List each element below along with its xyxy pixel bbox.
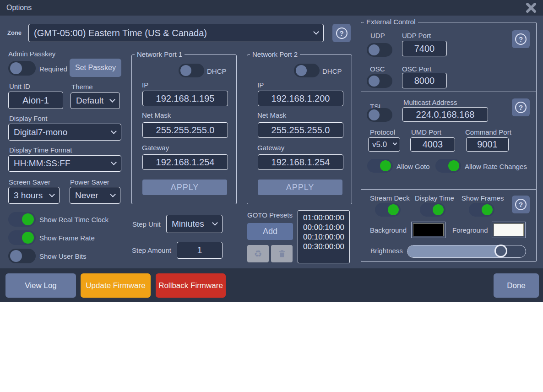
chevron-down-icon xyxy=(393,141,397,145)
goto-recycle-button[interactable]: ♻ xyxy=(247,245,269,262)
zone-help-button[interactable]: ? xyxy=(332,24,351,42)
show-frame-rate-label: Show Frame Rate xyxy=(39,234,95,242)
allow-rate-changes-toggle[interactable] xyxy=(435,159,461,173)
udp-help-button[interactable]: ? xyxy=(512,30,530,48)
display-time-format-label: Display Time Format xyxy=(9,146,72,154)
dialog-title: Options xyxy=(0,4,32,12)
goto-preset-item[interactable]: 00:10:00:00 xyxy=(298,232,349,242)
multicast-address-label: Multicast Address xyxy=(403,98,457,106)
network-port-1-ip-label: IP xyxy=(142,81,148,89)
network-port-1-gateway-input[interactable] xyxy=(142,154,228,170)
goto-preset-item[interactable]: 00:30:00:00 xyxy=(298,242,349,251)
network-port-2-ip-label: IP xyxy=(257,81,264,89)
network-port-1-gateway-label: Gateway xyxy=(142,144,169,152)
umd-port-input[interactable] xyxy=(410,137,455,152)
step-unit-select[interactable]: Miniutes xyxy=(166,215,223,233)
theme-select-value: Default xyxy=(76,96,103,106)
page: Options Zone (GMT-05:00) Eastern Time (U… xyxy=(0,0,543,392)
network-port-1-ip-input[interactable] xyxy=(142,91,228,106)
admin-passkey-label: Admin Passkey xyxy=(8,50,55,58)
chevron-down-icon xyxy=(111,128,117,134)
goto-presets-label: GOTO Presets xyxy=(247,211,293,219)
network-port-2-apply-button[interactable]: APPLY xyxy=(258,180,342,195)
toggle-knob xyxy=(180,65,191,76)
multicast-address-input[interactable] xyxy=(402,107,488,122)
network-port-2-netmask-input[interactable] xyxy=(258,122,343,138)
screen-saver-select[interactable]: 3 hours xyxy=(8,187,60,204)
toggle-knob xyxy=(22,213,34,225)
network-port-2-gateway-input[interactable] xyxy=(258,154,343,170)
chevron-down-icon xyxy=(111,159,117,165)
goto-preset-item[interactable]: 00:00:10:00 xyxy=(298,223,349,232)
display-time-toggle[interactable] xyxy=(420,203,445,217)
required-label: Required xyxy=(39,65,67,73)
toggle-knob xyxy=(296,65,307,76)
display-font-select[interactable]: Digital7-mono xyxy=(8,124,121,141)
network-port-2-ip-input[interactable] xyxy=(258,91,343,106)
toggle-knob xyxy=(369,76,380,87)
background-color-swatch[interactable] xyxy=(411,222,445,238)
brightness-slider-knob[interactable] xyxy=(494,245,507,257)
goto-delete-button[interactable] xyxy=(271,245,293,262)
theme-select[interactable]: Default xyxy=(71,93,120,109)
osc-toggle[interactable] xyxy=(367,74,392,88)
toggle-knob xyxy=(369,44,380,55)
stream-deck-help-button[interactable]: ? xyxy=(512,196,530,213)
zone-label: Zone xyxy=(7,29,22,36)
tsl-help-button[interactable]: ? xyxy=(512,98,530,116)
network-port-1-dhcp-toggle[interactable] xyxy=(179,64,204,77)
display-time-format-select[interactable]: HH:MM:SS:FF xyxy=(8,155,121,172)
show-frame-rate-toggle[interactable] xyxy=(8,230,36,245)
update-firmware-button[interactable]: Update Firmware xyxy=(81,273,151,298)
network-port-1-netmask-input[interactable] xyxy=(142,122,228,138)
network-port-2-dhcp-toggle[interactable] xyxy=(294,64,320,77)
protocol-label: Protocol xyxy=(370,128,395,136)
screen-saver-label: Screen Saver xyxy=(9,178,50,186)
question-icon: ? xyxy=(515,199,527,210)
rollback-firmware-button[interactable]: Rollback Firmware xyxy=(156,273,226,298)
toggle-knob xyxy=(10,62,22,74)
power-saver-select[interactable]: Never xyxy=(70,187,120,204)
show-real-time-clock-toggle[interactable] xyxy=(8,212,36,227)
osc-port-input[interactable] xyxy=(402,73,447,88)
unit-id-input[interactable] xyxy=(8,92,63,109)
show-real-time-clock-label: Show Real Time Clock xyxy=(39,216,109,223)
done-button[interactable]: Done xyxy=(494,273,539,298)
set-passkey-button[interactable]: Set Passkey xyxy=(70,59,121,77)
goto-add-button[interactable]: Add xyxy=(247,223,293,240)
step-unit-label: Step Unit xyxy=(132,220,161,228)
section-divider xyxy=(361,189,537,190)
foreground-color-swatch[interactable] xyxy=(492,222,526,238)
step-amount-input[interactable] xyxy=(177,242,223,259)
view-log-button[interactable]: View Log xyxy=(5,273,76,298)
network-port-1-apply-button[interactable]: APPLY xyxy=(142,180,227,195)
recycle-icon: ♻ xyxy=(254,248,262,259)
network-port-2-panel: Network Port 2 DHCP IP Net Mask Gateway … xyxy=(247,54,352,204)
goto-preset-item[interactable]: 01:00:00:00 xyxy=(298,213,349,223)
goto-preset-list[interactable]: 01:00:00:0000:00:10:0000:10:00:0000:30:0… xyxy=(298,210,350,263)
stream-deck-toggle[interactable] xyxy=(375,203,401,217)
tsl-toggle[interactable] xyxy=(367,108,392,122)
foreground-label: Foreground xyxy=(452,226,488,234)
allow-rate-changes-label: Allow Rate Changes xyxy=(465,163,527,170)
brightness-slider[interactable] xyxy=(407,245,526,258)
network-port-2-gateway-label: Gateway xyxy=(257,144,284,152)
external-control-panel: External Control UDP UDP Port ? OSC OSC … xyxy=(361,22,537,262)
zone-select[interactable]: (GMT-05:00) Eastern Time (US & Canada) xyxy=(28,24,324,42)
brightness-slider-fill xyxy=(407,245,501,257)
background-color-fill xyxy=(413,223,444,236)
protocol-select[interactable]: v5.0 xyxy=(368,137,400,152)
toggle-knob xyxy=(433,204,444,215)
admin-passkey-toggle[interactable] xyxy=(8,61,36,76)
show-frames-toggle[interactable] xyxy=(469,203,494,217)
chevron-down-icon xyxy=(110,191,116,197)
command-port-input[interactable] xyxy=(466,137,509,152)
udp-port-input[interactable] xyxy=(402,41,447,56)
allow-goto-toggle[interactable] xyxy=(367,159,393,173)
chevron-down-icon xyxy=(49,191,55,197)
show-user-bits-toggle[interactable] xyxy=(8,249,36,263)
foreground-color-fill xyxy=(494,223,524,236)
udp-toggle[interactable] xyxy=(367,43,392,57)
step-amount-label: Step Amount xyxy=(132,246,171,254)
close-icon[interactable] xyxy=(526,3,537,13)
